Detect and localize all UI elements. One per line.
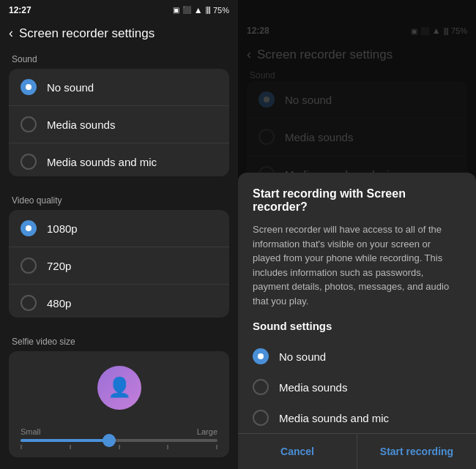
no-sound-radio-inner [26,84,31,90]
video-section-label: Video quality [0,188,238,210]
dialog-sound-section-title: Sound settings [253,320,461,332]
selfie-section-card: 👤 Small Large [9,351,229,457]
480p-label: 480p [47,297,71,309]
avatar-icon: 👤 [108,376,131,399]
dialog-media-sounds-option[interactable]: Media sounds [253,372,461,402]
slider-fill [21,439,109,442]
dialog-title: Start recording with Screen recorder? [253,187,461,214]
media-sounds-mic-radio[interactable] [21,154,37,170]
left-battery: 75% [213,6,229,15]
720p-radio[interactable] [21,258,37,274]
signal-icon: |||| [206,6,210,14]
wifi-icon: ▲ [194,5,203,15]
notification-icon: ▣ [173,6,179,14]
1080p-radio-inner [26,225,31,231]
480p-option[interactable]: 480p [9,285,229,318]
sound-options-card: No sound Media sounds Media sounds and m… [9,69,229,176]
left-back-button[interactable]: ‹ [9,26,13,41]
tick-1 [21,445,22,449]
screenshot-icon: ⬛ [182,6,191,14]
slider-labels: Small Large [21,427,217,436]
left-status-icons: ▣ ⬛ ▲ |||| 75% [173,5,229,15]
slider-large-label: Large [197,427,217,436]
media-sounds-label: Media sounds [47,119,115,131]
media-sounds-mic-label: Media sounds and mic [47,156,157,168]
dialog-actions: Cancel Start recording [238,433,476,469]
1080p-option[interactable]: 1080p [9,210,229,247]
cancel-button[interactable]: Cancel [238,435,357,468]
dialog-no-sound-radio[interactable] [253,348,269,364]
left-page-title: Screen recorder settings [19,26,155,41]
1080p-radio[interactable] [21,220,37,236]
tick-4 [167,445,168,449]
slider-ticks [21,445,217,449]
720p-label: 720p [47,260,71,272]
slider-small-label: Small [21,427,41,436]
media-sounds-radio[interactable] [21,116,37,132]
selfie-section-label: Selfie video size [0,329,238,351]
media-sounds-option[interactable]: Media sounds [9,106,229,143]
480p-radio[interactable] [21,295,37,311]
left-top-bar: ‹ Screen recorder settings [0,20,238,47]
no-sound-radio[interactable] [21,79,37,95]
media-sounds-mic-option[interactable]: Media sounds and mic [9,143,229,176]
dialog-media-sounds-radio[interactable] [253,379,269,395]
video-options-card: 1080p 720p 480p [9,210,229,318]
left-time: 12:27 [9,5,31,15]
selfie-slider[interactable] [21,439,217,442]
dialog-media-sounds-mic-option[interactable]: Media sounds and mic [253,402,461,433]
dialog-media-sounds-label: Media sounds [279,381,347,394]
avatar: 👤 [97,366,141,410]
dialog-no-sound-option[interactable]: No sound [253,341,461,372]
selfie-preview: 👤 [9,351,229,424]
dialog-no-sound-label: No sound [279,350,326,363]
slider-thumb[interactable] [103,434,116,447]
dialog-body: Screen recorder will have access to all … [253,222,461,308]
dialog-media-sounds-mic-radio[interactable] [253,410,269,426]
selfie-slider-row: Small Large [9,424,229,457]
720p-option[interactable]: 720p [9,247,229,285]
start-recording-button[interactable]: Start recording [357,435,476,468]
tick-5 [216,445,217,449]
left-status-bar: 12:27 ▣ ⬛ ▲ |||| 75% [0,0,238,20]
tick-3 [119,445,120,449]
left-panel: 12:27 ▣ ⬛ ▲ |||| 75% ‹ Screen recorder s… [0,0,238,469]
dialog-no-sound-radio-inner [258,353,264,359]
dialog-overlay: Start recording with Screen recorder? Sc… [238,0,476,469]
no-sound-label: No sound [47,81,94,94]
1080p-label: 1080p [47,222,78,235]
start-recording-dialog: Start recording with Screen recorder? Sc… [238,173,476,469]
tick-2 [70,445,71,449]
no-sound-option[interactable]: No sound [9,69,229,106]
sound-section-label: Sound [0,47,238,69]
right-panel: 12:28 ▣ ⬛ ▲ |||| 75% ‹ Screen recorder s… [238,0,476,469]
dialog-media-sounds-mic-label: Media sounds and mic [279,412,389,424]
